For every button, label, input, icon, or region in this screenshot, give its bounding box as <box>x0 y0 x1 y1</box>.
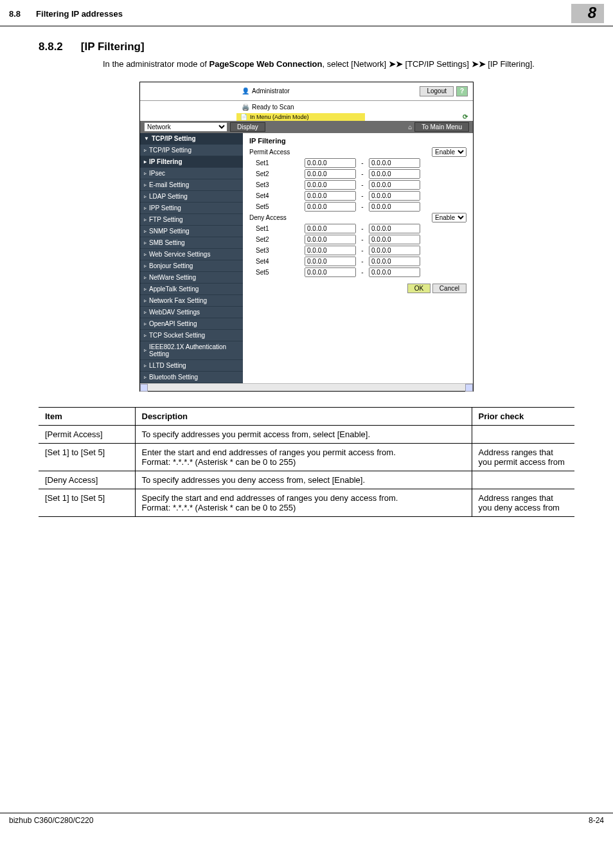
sidebar-item-label: LLTD Setting <box>149 362 186 369</box>
sidebar-item[interactable]: ▹Bluetooth Setting <box>140 372 243 383</box>
sidebar-item[interactable]: ▹E-mail Setting <box>140 179 243 191</box>
sidebar-item[interactable]: ▹SMB Setting <box>140 237 243 249</box>
embedded-screenshot: 👤 Administrator Logout ? 🖨️ Ready to Sca… <box>139 82 474 392</box>
chevron-icon: ▼ <box>144 136 149 141</box>
set-label: Set3 <box>249 181 301 188</box>
ip-from-input[interactable] <box>305 202 356 212</box>
chevron-icon: ▹ <box>144 286 147 292</box>
set-label: Set1 <box>249 159 301 167</box>
sidebar-item[interactable]: ▹OpenAPI Setting <box>140 318 243 330</box>
scroll-left-icon[interactable] <box>140 384 148 392</box>
chevron-icon: ▹ <box>144 363 147 368</box>
sidebar-item-label: SMB Setting <box>149 239 185 246</box>
ip-from-input[interactable] <box>305 169 356 179</box>
to-main-menu-button[interactable]: To Main Menu <box>414 122 469 132</box>
set-label: Set5 <box>249 203 301 210</box>
ip-to-input[interactable] <box>369 158 420 168</box>
ip-from-input[interactable] <box>305 257 356 266</box>
sidebar-item[interactable]: ▹WebDAV Settings <box>140 307 243 318</box>
sidebar-item[interactable]: ▼TCP/IP Setting <box>140 133 243 145</box>
sidebar-item[interactable]: ▹TCP Socket Setting <box>140 330 243 341</box>
ip-to-input[interactable] <box>369 246 420 255</box>
sidebar-item-label: Network Fax Setting <box>149 297 207 304</box>
menu-icon: 📄 <box>240 114 247 120</box>
ip-to-input[interactable] <box>369 191 420 201</box>
intro-part2: [TCP/IP Settings] <box>403 59 472 69</box>
deny-set-row: Set2- <box>249 235 466 244</box>
help-button[interactable]: ? <box>456 86 468 96</box>
ip-from-input[interactable] <box>305 158 356 168</box>
sidebar-item[interactable]: ▹IPP Setting <box>140 203 243 214</box>
category-select[interactable]: Network <box>144 122 227 132</box>
sidebar-item[interactable]: ▹Network Fax Setting <box>140 295 243 307</box>
permit-access-select[interactable]: Enable <box>432 147 466 157</box>
ip-to-input[interactable] <box>369 180 420 190</box>
chevron-icon: ▹ <box>144 309 147 315</box>
sidebar-item-label: Bluetooth Setting <box>149 374 198 381</box>
sidebar-item[interactable]: ▹NetWare Setting <box>140 272 243 284</box>
chevron-icon: ▹ <box>144 170 147 176</box>
chevron-icon: ▸ <box>144 159 147 165</box>
ip-from-input[interactable] <box>305 246 356 255</box>
ip-from-input[interactable] <box>305 180 356 190</box>
permit-set-row: Set5- <box>249 202 466 212</box>
ip-from-input[interactable] <box>305 191 356 201</box>
sidebar-item[interactable]: ▹Bonjour Setting <box>140 260 243 272</box>
logout-button[interactable]: Logout <box>420 86 454 96</box>
heading-row: 8.8.2 [IP Filtering] <box>39 41 574 53</box>
cell-description: To specify addresses you deny access fro… <box>135 471 472 489</box>
administrator-label: 👤 Administrator <box>242 87 290 95</box>
ip-to-input[interactable] <box>369 235 420 244</box>
permit-set-row: Set3- <box>249 180 466 190</box>
deny-access-select[interactable]: Enable <box>432 213 466 222</box>
chevron-icon: ▹ <box>144 275 147 280</box>
cancel-button[interactable]: Cancel <box>432 284 466 293</box>
sidebar-item[interactable]: ▹SNMP Setting <box>140 226 243 237</box>
range-separator: - <box>360 225 365 232</box>
home-icon: ⌂ <box>408 123 412 131</box>
ip-from-input[interactable] <box>305 224 356 233</box>
arrow-icon: ➤➤ <box>472 59 486 69</box>
sidebar-item-label: IP Filtering <box>149 158 182 165</box>
sidebar-item-label: WebDAV Settings <box>149 309 200 316</box>
ip-to-input[interactable] <box>369 257 420 266</box>
range-separator: - <box>360 269 365 276</box>
range-separator: - <box>360 203 365 210</box>
sidebar-item-label: E-mail Setting <box>149 181 189 188</box>
ip-from-input[interactable] <box>305 267 356 277</box>
ip-to-input[interactable] <box>369 267 420 277</box>
set-label: Set4 <box>249 258 301 265</box>
set-label: Set5 <box>249 269 301 276</box>
sidebar-item[interactable]: ▹TCP/IP Setting <box>140 145 243 156</box>
sidebar-item[interactable]: ▹IPsec <box>140 168 243 179</box>
ip-to-input[interactable] <box>369 169 420 179</box>
sidebar-item[interactable]: ▹IEEE802.1X Authentication Setting <box>140 341 243 360</box>
printer-icon: 🖨️ <box>242 104 249 111</box>
ip-to-input[interactable] <box>369 202 420 212</box>
ok-button[interactable]: OK <box>407 284 431 293</box>
ip-to-input[interactable] <box>369 224 420 233</box>
heading-number: 8.8.2 <box>39 41 63 53</box>
chevron-icon: ▹ <box>144 205 147 211</box>
sidebar-item[interactable]: ▹LDAP Setting <box>140 191 243 203</box>
ip-from-input[interactable] <box>305 235 356 244</box>
sidebar-item[interactable]: ▸IP Filtering <box>140 156 243 168</box>
sidebar-item[interactable]: ▹AppleTalk Setting <box>140 284 243 295</box>
sidebar-item[interactable]: ▹Web Service Settings <box>140 249 243 260</box>
horizontal-scrollbar[interactable] <box>140 383 473 391</box>
description-table: Item Description Prior check [Permit Acc… <box>39 407 574 517</box>
sidebar-item-label: TCP Socket Setting <box>149 332 205 339</box>
deny-access-label: Deny Access <box>249 214 301 221</box>
display-button[interactable]: Display <box>230 122 265 132</box>
deny-set-row: Set4- <box>249 257 466 266</box>
refresh-icon[interactable]: ⟳ <box>463 113 468 120</box>
sidebar-item-label: IPsec <box>149 170 165 177</box>
chevron-icon: ▹ <box>144 251 147 257</box>
sidebar-item[interactable]: ▹FTP Setting <box>140 214 243 226</box>
sidebar-item[interactable]: ▹LLTD Setting <box>140 360 243 372</box>
scroll-right-icon[interactable] <box>465 384 473 392</box>
set-label: Set2 <box>249 170 301 177</box>
admin-text: Administrator <box>252 87 290 95</box>
arrow-icon: ➤➤ <box>389 59 403 69</box>
cell-prior: Address ranges that you permit access fr… <box>472 443 574 471</box>
